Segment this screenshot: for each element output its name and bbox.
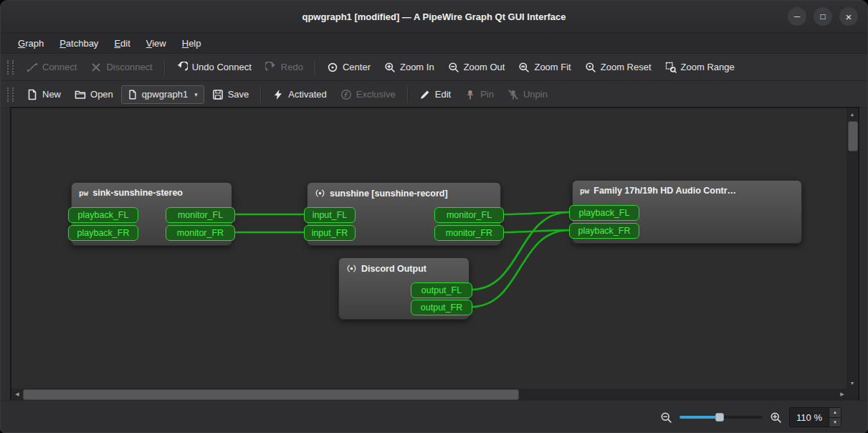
slider-handle[interactable]: [715, 413, 724, 422]
port-output-fl[interactable]: output_FL: [411, 282, 472, 298]
menu-view[interactable]: View: [139, 35, 173, 52]
activated-toggle[interactable]: Activated: [267, 85, 332, 104]
vertical-scroll-handle[interactable]: [848, 121, 858, 151]
pin-icon: [464, 89, 476, 100]
menu-graph[interactable]: Graph: [11, 35, 51, 52]
lightning-icon: [272, 89, 284, 100]
horizontal-scroll-handle[interactable]: [23, 389, 519, 400]
graph-toolbar: Connect Disconnect Undo Connect Redo Cen…: [1, 54, 867, 81]
port-monitor-fr[interactable]: monitor_FR: [166, 225, 235, 241]
zoom-reset-button[interactable]: Zoom Reset: [579, 58, 657, 77]
zoom-in-icon[interactable]: [770, 411, 782, 424]
toolbar-separator: [260, 87, 261, 103]
redo-button[interactable]: Redo: [259, 58, 309, 77]
port-monitor-fl[interactable]: monitor_FL: [434, 207, 504, 223]
pipewire-icon: pw: [580, 186, 589, 196]
zoom-range-icon: [665, 62, 677, 73]
canvas-frame: pw sink-sunshine-stereo playback_FL play…: [10, 107, 859, 400]
connect-icon: [27, 62, 38, 73]
undo-connect-button[interactable]: Undo Connect: [171, 58, 257, 77]
close-icon: ×: [846, 11, 852, 22]
zoom-range-button[interactable]: Zoom Range: [659, 58, 740, 77]
spin-arrows: ▴ ▾: [829, 408, 841, 427]
exclusive-toggle[interactable]: Exclusive: [335, 85, 401, 104]
statusbar: 110 % ▴ ▾: [1, 400, 867, 433]
toolbar-separator: [315, 60, 315, 75]
disconnect-button[interactable]: Disconnect: [85, 58, 158, 77]
zoom-in-button[interactable]: Zoom In: [378, 58, 440, 77]
node-title: sink-sunshine-stereo: [92, 188, 183, 198]
toolbar-separator: [407, 87, 408, 103]
maximize-icon: □: [820, 12, 825, 21]
edit-toggle[interactable]: Edit: [414, 85, 457, 104]
close-button[interactable]: ×: [839, 7, 858, 26]
titlebar[interactable]: qpwgraph1 [modified] — A PipeWire Graph …: [1, 1, 867, 33]
node-title: sunshine [sunshine-record]: [330, 189, 448, 199]
save-icon: [212, 89, 224, 100]
toolbar-drag-handle[interactable]: [7, 60, 14, 75]
zoom-reset-icon: [585, 62, 596, 73]
node-discord-output[interactable]: Discord Output output_FL output_FR: [338, 257, 469, 320]
scroll-up-arrow[interactable]: ▲: [846, 108, 858, 120]
port-playback-fl[interactable]: playback_FL: [68, 207, 138, 223]
node-header: Discord Output: [339, 258, 469, 277]
unpin-button[interactable]: Unpin: [502, 85, 553, 104]
port-playback-fr[interactable]: playback_FR: [569, 223, 639, 239]
zoom-fit-button[interactable]: Zoom Fit: [512, 58, 576, 77]
port-monitor-fl[interactable]: monitor_FL: [166, 207, 235, 223]
zoom-value[interactable]: 110 %: [790, 408, 829, 427]
cable-sunshine-monitor-fl-to-family-playback-fl[interactable]: [502, 212, 569, 214]
spin-down-arrow[interactable]: ▾: [829, 418, 841, 427]
zoom-fit-icon: [518, 62, 530, 73]
vertical-scrollbar[interactable]: ▲ ▼: [846, 108, 858, 389]
node-sink-sunshine-stereo[interactable]: pw sink-sunshine-stereo playback_FL play…: [71, 182, 232, 246]
scroll-left-arrow[interactable]: ◀: [11, 389, 23, 400]
port-playback-fr[interactable]: playback_FR: [68, 225, 138, 241]
menu-edit[interactable]: Edit: [107, 35, 137, 52]
spin-up-arrow[interactable]: ▴: [829, 408, 841, 418]
minimize-icon: ─: [794, 12, 801, 21]
zoom-spinbox[interactable]: 110 % ▴ ▾: [789, 407, 841, 427]
horizontal-scrollbar[interactable]: ◀ ▶: [11, 389, 848, 400]
zoom-out-button[interactable]: Zoom Out: [442, 58, 511, 77]
node-header: pw sink-sunshine-stereo: [72, 183, 232, 201]
new-button[interactable]: New: [21, 85, 67, 104]
scrollbar-corner: [846, 389, 858, 400]
zoom-out-icon[interactable]: [660, 411, 672, 424]
pin-button[interactable]: Pin: [459, 85, 500, 104]
node-header: pw Family 17h/19h HD Audio Contr…: [573, 181, 801, 199]
exclusive-icon: [340, 89, 352, 100]
port-input-fr[interactable]: input_FR: [304, 225, 356, 241]
node-title: Family 17h/19h HD Audio Contr…: [593, 186, 736, 196]
open-button[interactable]: Open: [69, 85, 119, 104]
port-output-fr[interactable]: output_FR: [411, 300, 472, 315]
maximize-button[interactable]: □: [814, 7, 832, 26]
graph-canvas[interactable]: pw sink-sunshine-stereo playback_FL play…: [11, 108, 848, 389]
port-playback-fl[interactable]: playback_FL: [569, 205, 639, 221]
open-folder-icon: [75, 89, 86, 100]
center-icon: [327, 62, 338, 73]
port-input-fl[interactable]: input_FL: [304, 207, 356, 223]
cable-sunshine-monitor-fr-to-family-playback-fr[interactable]: [502, 230, 569, 232]
slider-fill: [679, 416, 718, 419]
minimize-button[interactable]: ─: [788, 7, 806, 26]
port-monitor-fr[interactable]: monitor_FR: [434, 225, 504, 241]
toolbar-separator: [164, 60, 165, 75]
center-button[interactable]: Center: [321, 58, 376, 77]
node-family-hd-audio[interactable]: pw Family 17h/19h HD Audio Contr… playba…: [572, 180, 802, 244]
toolbar-drag-handle[interactable]: [7, 87, 14, 102]
zoom-slider[interactable]: [679, 411, 763, 423]
scroll-down-arrow[interactable]: ▼: [846, 377, 858, 389]
patchbay-selector[interactable]: qpwgraph1 ▾: [121, 85, 204, 104]
audio-record-icon: [346, 263, 357, 274]
zoom-in-icon: [384, 62, 396, 73]
menubar: Graph Patchbay Edit View Help: [1, 33, 867, 54]
node-sunshine[interactable]: sunshine [sunshine-record] input_FL inpu…: [307, 182, 501, 246]
connect-button[interactable]: Connect: [21, 58, 82, 77]
save-button[interactable]: Save: [206, 85, 255, 104]
menu-patchbay[interactable]: Patchbay: [52, 35, 105, 52]
pencil-icon: [419, 89, 431, 100]
app-window: qpwgraph1 [modified] — A PipeWire Graph …: [0, 0, 868, 433]
menu-help[interactable]: Help: [175, 35, 209, 52]
window-title: qpwgraph1 [modified] — A PipeWire Graph …: [302, 11, 566, 22]
